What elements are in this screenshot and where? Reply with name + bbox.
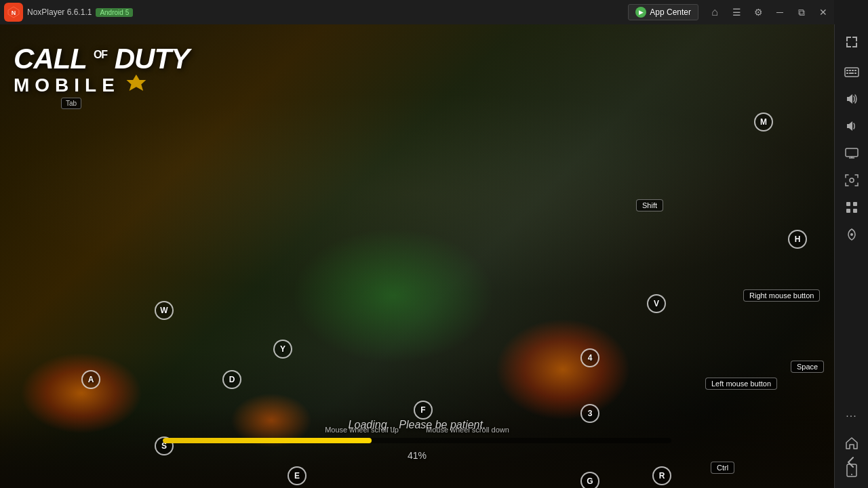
key-y: Y [273,340,292,359]
key-e: E [288,466,307,485]
key-d: D [222,370,241,389]
tab-key-badge: Tab [61,98,81,109]
svg-rect-17 [853,209,857,213]
svg-text:N: N [12,9,16,16]
screenshot-icon[interactable] [840,168,864,192]
scroll-down-hint: Mouse wheel scroll down [426,426,509,434]
svg-rect-5 [852,70,854,71]
key-w: W [155,301,174,320]
key-f: F [414,401,433,420]
menu-button[interactable]: ☰ [726,0,747,24]
titlebar: N NoxPlayer 6.6.1.1 Android 5 ▶ App Cent… [0,0,834,24]
svg-rect-16 [846,209,850,213]
nox-logo: N [4,3,23,22]
volume-down-icon[interactable] [840,114,864,138]
app-name: NoxPlayer 6.6.1.1 [27,7,92,17]
sidebar: ··· [834,24,868,488]
scroll-up-hint: Mouse wheel scroll up [325,426,399,434]
svg-rect-9 [854,73,856,74]
back-arrow-button[interactable] [834,450,868,474]
progress-percent: 41% [163,450,671,461]
svg-rect-8 [849,73,854,74]
game-area: CALL OF DUTY MOBILE Tab M Shift H W V Ri… [0,24,834,488]
boost-icon[interactable] [840,222,864,247]
svg-point-18 [850,233,853,236]
settings-button[interactable]: ⚙ [747,0,769,24]
cod-logo: CALL OF DUTY MOBILE [14,45,189,96]
svg-rect-6 [854,70,856,71]
weapon-glow [292,228,495,363]
key-r: R [652,466,671,485]
cod-title: CALL OF DUTY [14,45,189,73]
svg-rect-15 [853,202,857,206]
loading-section: Loading... Please be patient. Mouse whee… [163,419,671,461]
svg-point-13 [850,178,854,182]
key-h: H [788,230,807,249]
progress-bar-fill [163,438,372,443]
key-m: M [754,113,773,131]
key-v: V [647,294,666,313]
minimize-button[interactable]: ─ [769,0,791,24]
game-background: CALL OF DUTY MOBILE Tab M Shift H W V Ri… [0,24,834,488]
app-center-icon: ▶ [635,7,646,18]
svg-rect-4 [849,70,851,71]
key-g: G [580,472,599,488]
android-badge: Android 5 [96,8,133,17]
close-button[interactable]: ✕ [812,0,834,24]
apps-grid-icon[interactable] [840,195,864,220]
more-options-icon[interactable]: ··· [840,404,864,428]
key-shift: Shift [636,199,663,211]
key-ctrl: Ctrl [711,462,734,474]
cod-mobile-text: MOBILE [14,75,120,96]
key-a: A [81,370,100,389]
keyboard-icon[interactable] [840,60,864,84]
home-button[interactable]: ⌂ [704,0,726,24]
svg-rect-14 [846,202,850,206]
svg-rect-2 [845,68,859,77]
svg-rect-3 [846,70,848,71]
key-space: Space [791,361,824,373]
svg-rect-7 [846,73,848,74]
progress-bar-container [163,438,671,443]
volume-up-icon[interactable] [840,87,864,111]
expand-icon[interactable] [840,30,864,54]
app-center-label: App Center [650,7,691,17]
key-left-mouse: Left mouse button [705,378,777,390]
key-right-mouse: Right mouse button [743,289,820,302]
key-4: 4 [580,348,599,367]
display-icon[interactable] [840,141,864,165]
svg-rect-10 [846,148,858,157]
app-center-button[interactable]: ▶ App Center [628,4,698,20]
maximize-button[interactable]: ⧉ [791,0,812,24]
